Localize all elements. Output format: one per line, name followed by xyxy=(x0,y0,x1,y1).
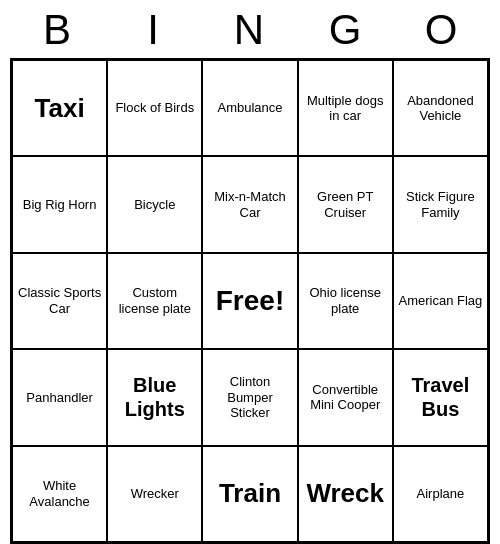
bingo-cell-3: Multiple dogs in car xyxy=(298,60,393,156)
bingo-cell-11: Custom license plate xyxy=(107,253,202,349)
bingo-cell-17: Clinton Bumper Sticker xyxy=(202,349,297,445)
bingo-cell-9: Stick Figure Family xyxy=(393,156,488,252)
bingo-cell-1: Flock of Birds xyxy=(107,60,202,156)
bingo-grid: TaxiFlock of BirdsAmbulanceMultiple dogs… xyxy=(10,58,490,544)
bingo-cell-24: Airplane xyxy=(393,446,488,542)
bingo-cell-5: Big Rig Horn xyxy=(12,156,107,252)
bingo-cell-19: Travel Bus xyxy=(393,349,488,445)
bingo-cell-6: Bicycle xyxy=(107,156,202,252)
bingo-cell-23: Wreck xyxy=(298,446,393,542)
bingo-title: B I N G O xyxy=(10,0,490,58)
bingo-cell-15: Panhandler xyxy=(12,349,107,445)
bingo-cell-13: Ohio license plate xyxy=(298,253,393,349)
bingo-cell-14: American Flag xyxy=(393,253,488,349)
title-i: I xyxy=(110,6,198,54)
bingo-cell-0: Taxi xyxy=(12,60,107,156)
bingo-cell-2: Ambulance xyxy=(202,60,297,156)
bingo-cell-18: Convertible Mini Cooper xyxy=(298,349,393,445)
bingo-cell-21: Wrecker xyxy=(107,446,202,542)
bingo-cell-16: Blue Lights xyxy=(107,349,202,445)
title-o: O xyxy=(398,6,486,54)
bingo-cell-12: Free! xyxy=(202,253,297,349)
title-b: B xyxy=(14,6,102,54)
title-n: N xyxy=(206,6,294,54)
bingo-cell-4: Abandoned Vehicle xyxy=(393,60,488,156)
bingo-cell-7: Mix-n-Match Car xyxy=(202,156,297,252)
title-g: G xyxy=(302,6,390,54)
bingo-cell-8: Green PT Cruiser xyxy=(298,156,393,252)
bingo-cell-10: Classic Sports Car xyxy=(12,253,107,349)
bingo-cell-22: Train xyxy=(202,446,297,542)
bingo-cell-20: White Avalanche xyxy=(12,446,107,542)
